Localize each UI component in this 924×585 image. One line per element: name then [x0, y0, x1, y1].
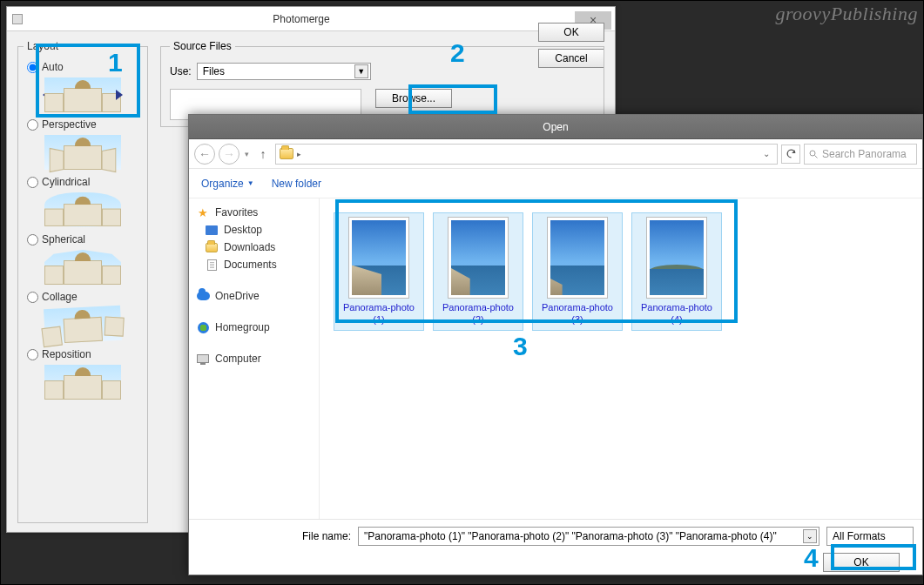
layout-fieldset: Layout Auto Perspective Cylindrical Sphe… — [17, 40, 148, 523]
layout-reposition-option[interactable]: Reposition — [27, 348, 142, 360]
filename-input[interactable]: "Panorama-photo (1)" "Panorama-photo (2)… — [358, 527, 819, 546]
sidebar-documents[interactable]: Documents — [192, 256, 315, 273]
file-item[interactable]: Panorama-photo(1) — [334, 212, 424, 331]
file-num: (1) — [373, 314, 384, 325]
file-item[interactable]: Panorama-photo(2) — [433, 212, 523, 331]
open-titlebar: Open — [189, 115, 922, 139]
file-num: (4) — [671, 314, 682, 325]
chevron-down-icon[interactable]: ⌄ — [763, 149, 773, 158]
open-files-pane[interactable]: Panorama-photo(1) Panorama-photo(2) Pano… — [320, 198, 922, 519]
annotation-step-3: 3 — [513, 332, 528, 361]
file-item[interactable]: Panorama-photo(3) — [532, 212, 623, 331]
new-folder-button[interactable]: New folder — [272, 178, 321, 190]
computer-icon — [197, 354, 209, 363]
file-format-select[interactable]: All Formats — [826, 527, 914, 546]
layout-spherical-radio[interactable] — [27, 234, 38, 245]
nav-back-button[interactable]: ← — [194, 144, 215, 165]
desktop-icon — [206, 225, 218, 235]
star-icon: ★ — [196, 206, 210, 219]
chevron-down-icon[interactable]: ▼ — [354, 64, 368, 78]
layout-auto-option[interactable]: Auto — [27, 61, 142, 73]
layout-auto-thumb — [44, 77, 121, 112]
annotation-step-1: 1 — [108, 48, 123, 77]
layout-perspective-label: Perspective — [42, 118, 97, 131]
search-input[interactable]: Search Panorama — [804, 144, 917, 165]
file-thumbnail — [650, 220, 704, 295]
filename-label: File name: — [198, 530, 351, 542]
open-file-dialog: Open ← → ▾ ↑ ▸ ⌄ Search Panorama Organiz… — [188, 114, 923, 575]
layout-spherical-label: Spherical — [42, 233, 85, 245]
photomerge-sysicon — [12, 14, 23, 24]
layout-auto-radio[interactable] — [27, 62, 38, 73]
sidebar-documents-label: Documents — [224, 259, 277, 271]
layout-collage-label: Collage — [42, 291, 78, 303]
file-num: (3) — [571, 314, 583, 325]
layout-auto-label: Auto — [42, 61, 64, 73]
nav-forward-button[interactable]: → — [219, 144, 239, 165]
open-toolbar: Organize ▼ New folder — [189, 169, 922, 198]
use-label: Use: — [170, 65, 192, 77]
browse-button[interactable]: Browse... — [375, 89, 452, 108]
file-thumbnail — [352, 220, 406, 295]
sidebar-onedrive[interactable]: OneDrive — [192, 287, 315, 305]
file-item[interactable]: Panorama-photo(4) — [631, 212, 722, 331]
sidebar-computer-label: Computer — [215, 353, 261, 365]
folder-icon — [280, 148, 293, 159]
breadcrumb[interactable]: ▸ ⌄ — [275, 144, 778, 165]
layout-collage-radio[interactable] — [27, 292, 38, 303]
layout-cylindrical-label: Cylindrical — [42, 176, 90, 188]
search-icon — [808, 149, 819, 159]
file-name: Panorama-photo — [542, 302, 613, 313]
sidebar-favorites[interactable]: ★Favorites — [192, 204, 315, 221]
filename-value: "Panorama-photo (1)" "Panorama-photo (2)… — [364, 530, 777, 542]
sidebar-computer[interactable]: Computer — [192, 350, 315, 367]
sidebar-desktop[interactable]: Desktop — [192, 221, 315, 239]
open-title: Open — [543, 121, 568, 133]
layout-perspective-radio[interactable] — [27, 119, 38, 131]
sidebar-favorites-label: Favorites — [215, 206, 258, 219]
file-thumbnail — [451, 220, 505, 295]
file-num: (2) — [472, 314, 483, 325]
sidebar-desktop-label: Desktop — [224, 224, 262, 236]
organize-menu[interactable]: Organize ▼ — [201, 178, 254, 190]
photomerge-title: Photomerge — [28, 13, 575, 25]
refresh-icon — [786, 148, 797, 159]
annotation-step-2: 2 — [450, 38, 465, 68]
annotation-step-4: 4 — [804, 543, 819, 573]
layout-cylindrical-option[interactable]: Cylindrical — [27, 176, 142, 188]
layout-cylindrical-radio[interactable] — [27, 177, 38, 188]
nav-up-button[interactable]: ↑ — [254, 147, 272, 161]
layout-spherical-option[interactable]: Spherical — [27, 233, 142, 245]
document-icon — [207, 259, 217, 271]
sidebar-onedrive-label: OneDrive — [215, 290, 260, 302]
sidebar-homegroup[interactable]: Homegroup — [192, 319, 315, 336]
refresh-button[interactable] — [781, 145, 800, 164]
chevron-down-icon[interactable]: ⌄ — [803, 529, 817, 543]
sidebar-downloads-label: Downloads — [224, 241, 275, 253]
use-select[interactable]: Files ▼ — [197, 63, 371, 80]
cloud-icon — [197, 292, 210, 300]
open-nav-bar: ← → ▾ ↑ ▸ ⌄ Search Panorama — [189, 139, 922, 169]
nav-history-dropdown[interactable]: ▾ — [243, 150, 251, 158]
layout-reposition-thumb — [44, 365, 121, 400]
organize-label: Organize — [201, 178, 244, 190]
file-name: Panorama-photo — [343, 302, 415, 313]
svg-line-1 — [815, 155, 818, 158]
layout-reposition-radio[interactable] — [27, 349, 38, 360]
file-name: Panorama-photo — [442, 302, 514, 313]
folder-icon — [206, 243, 218, 252]
layout-perspective-option[interactable]: Perspective — [27, 118, 142, 131]
watermark-text: groovyPublishing — [775, 3, 918, 25]
layout-reposition-label: Reposition — [42, 348, 91, 360]
use-select-value: Files — [203, 65, 225, 77]
sidebar-homegroup-label: Homegroup — [215, 321, 270, 333]
layout-collage-option[interactable]: Collage — [27, 291, 142, 303]
layout-collage-thumb — [44, 306, 122, 345]
layout-legend: Layout — [24, 40, 62, 52]
file-name: Panorama-photo — [641, 302, 712, 313]
layout-perspective-thumb — [44, 135, 121, 170]
homegroup-icon — [198, 322, 209, 333]
open-ok-button[interactable]: OK — [823, 553, 900, 572]
file-thumbnail — [550, 220, 604, 295]
sidebar-downloads[interactable]: Downloads — [192, 239, 315, 256]
